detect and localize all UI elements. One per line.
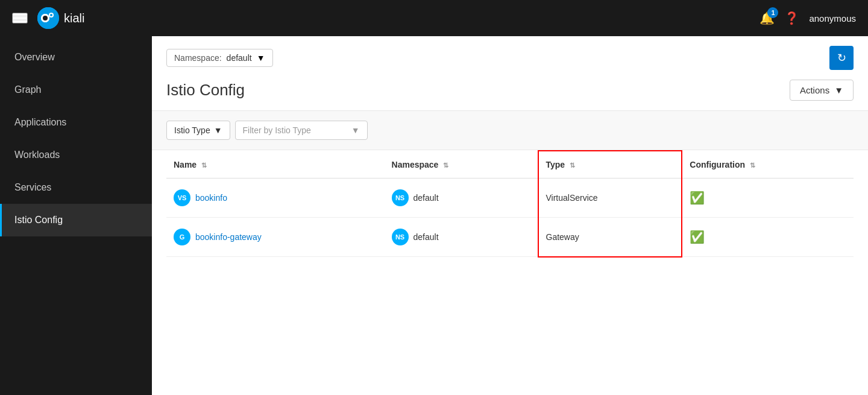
table-header-row: Name ⇅ Namespace ⇅ Type ⇅ Configuratio (166, 151, 854, 179)
sidebar: Overview Graph Applications Workloads Se… (0, 36, 152, 395)
row1-type-cell: VirtualService (538, 179, 682, 218)
row1-type-badge: VS (174, 189, 190, 206)
filter-type-placeholder: Filter by Istio Type (243, 125, 311, 135)
kiali-logo-text: kiali (64, 11, 84, 25)
row2-ns-badge: NS (392, 229, 409, 245)
row1-type-value: VirtualService (546, 193, 598, 203)
row1-ns-content: NS default (392, 189, 530, 206)
row2-type-badge: G (174, 229, 190, 245)
col-header-namespace: Namespace ⇅ (385, 151, 538, 179)
row1-ns-badge: NS (392, 189, 409, 206)
filter-bar: Istio Type ▼ Filter by Istio Type ▼ (152, 110, 868, 150)
row2-namespace-value: default (414, 232, 439, 242)
hamburger-button[interactable] (12, 13, 28, 24)
actions-chevron-icon: ▼ (834, 85, 843, 95)
table-container: Name ⇅ Namespace ⇅ Type ⇅ Configuratio (152, 150, 868, 395)
col-header-name: Name ⇅ (166, 151, 385, 179)
namespace-sort-icon[interactable]: ⇅ (443, 162, 448, 169)
istio-config-table: Name ⇅ Namespace ⇅ Type ⇅ Configuratio (166, 150, 854, 258)
svg-point-4 (50, 14, 52, 16)
sidebar-item-overview[interactable]: Overview (0, 41, 152, 74)
row2-namespace-cell: NS default (385, 218, 538, 257)
page-header: Namespace: default ▼ ↻ Istio Config Acti… (152, 36, 868, 110)
namespace-selector[interactable]: Namespace: default ▼ (166, 49, 273, 67)
type-sort-icon[interactable]: ⇅ (570, 162, 575, 169)
page-title-row: Istio Config Actions ▼ (166, 80, 854, 110)
help-button[interactable]: ❓ (784, 11, 799, 25)
kiali-logo: kiali (37, 7, 84, 29)
filter-type-label: Istio Type (174, 125, 210, 135)
filter-dropdown-chevron-icon: ▼ (351, 125, 360, 135)
row1-namespace-value: default (414, 193, 439, 203)
notification-bell[interactable]: 🔔 1 (760, 11, 775, 25)
svg-point-0 (37, 7, 59, 29)
row2-ns-content: NS default (392, 229, 530, 245)
page-title: Istio Config (166, 81, 245, 100)
refresh-icon: ↻ (837, 51, 846, 65)
actions-label: Actions (800, 85, 829, 95)
top-navbar: kiali 🔔 1 ❓ anonymous (0, 0, 868, 36)
namespace-chevron-icon: ▼ (257, 53, 265, 63)
sidebar-item-services[interactable]: Services (0, 171, 152, 204)
user-name-label: anonymous (809, 13, 856, 24)
row2-type-cell: Gateway (538, 218, 682, 257)
row2-name-content: G bookinfo-gateway (174, 229, 377, 245)
nav-left: kiali (12, 7, 84, 29)
sidebar-item-applications[interactable]: Applications (0, 106, 152, 139)
actions-button[interactable]: Actions ▼ (790, 80, 854, 101)
row1-name-link[interactable]: bookinfo (195, 193, 227, 203)
filter-controls: Istio Type ▼ Filter by Istio Type ▼ (166, 121, 854, 140)
row2-name-link[interactable]: bookinfo-gateway (195, 232, 262, 242)
configuration-sort-icon[interactable]: ⇅ (750, 162, 755, 169)
sidebar-item-workloads[interactable]: Workloads (0, 139, 152, 171)
row1-config-valid-icon: ✅ (690, 191, 705, 204)
table-row: VS bookinfo NS default VirtualService (166, 179, 854, 218)
notification-badge: 1 (767, 7, 778, 18)
filter-type-dropdown[interactable]: Filter by Istio Type ▼ (235, 121, 368, 140)
kiali-icon (37, 7, 59, 29)
main-layout: Overview Graph Applications Workloads Se… (0, 36, 868, 395)
filter-type-button[interactable]: Istio Type ▼ (166, 121, 230, 140)
row1-config-cell: ✅ (682, 179, 854, 218)
row1-name-cell: VS bookinfo (166, 179, 385, 218)
row2-type-value: Gateway (546, 232, 579, 242)
svg-point-2 (43, 16, 48, 21)
col-header-type: Type ⇅ (538, 151, 682, 179)
svg-point-1 (41, 14, 49, 22)
sidebar-item-graph[interactable]: Graph (0, 74, 152, 106)
main-content: Namespace: default ▼ ↻ Istio Config Acti… (152, 36, 868, 395)
filter-type-chevron-icon: ▼ (214, 125, 222, 135)
namespace-bar: Namespace: default ▼ ↻ (166, 46, 854, 70)
col-header-configuration: Configuration ⇅ (682, 151, 854, 179)
name-sort-icon[interactable]: ⇅ (201, 162, 207, 169)
nav-right: 🔔 1 ❓ anonymous (760, 11, 856, 25)
row2-config-cell: ✅ (682, 218, 854, 257)
table-row: G bookinfo-gateway NS default Gateway (166, 218, 854, 257)
row2-name-cell: G bookinfo-gateway (166, 218, 385, 257)
namespace-label: Namespace: (174, 53, 222, 63)
row1-namespace-cell: NS default (385, 179, 538, 218)
sidebar-item-istio-config[interactable]: Istio Config (0, 204, 152, 236)
row1-name-content: VS bookinfo (174, 189, 377, 206)
row2-config-valid-icon: ✅ (690, 230, 705, 244)
refresh-button[interactable]: ↻ (829, 46, 854, 70)
namespace-value: default (227, 53, 252, 63)
